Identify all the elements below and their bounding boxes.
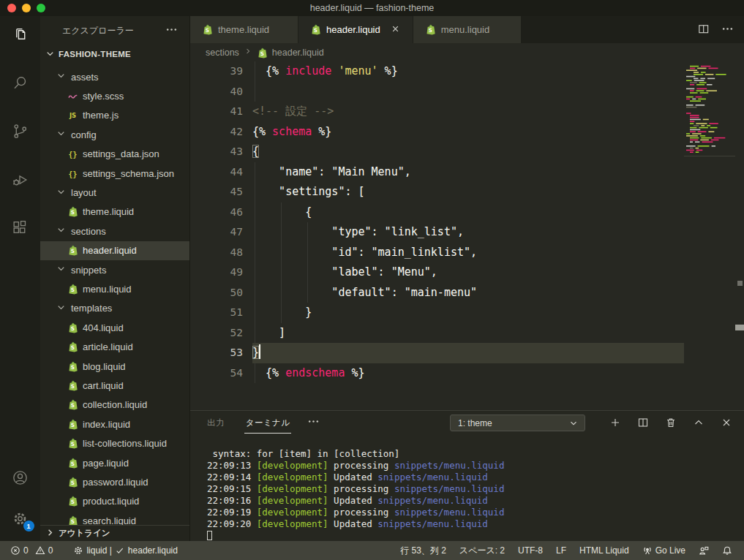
tab-theme-liquid[interactable]: Stheme.liquid	[190, 16, 298, 43]
tree-item-theme-liquid[interactable]: Stheme.liquid	[40, 203, 190, 222]
code-line-52[interactable]: 52 ]	[190, 323, 684, 344]
search-icon[interactable]	[11, 73, 30, 92]
tree-item-article-liquid[interactable]: Sarticle.liquid	[40, 337, 190, 356]
svg-text:S: S	[70, 421, 75, 428]
workspace-root[interactable]: FASHION-THEME	[40, 45, 189, 63]
liquid-file-icon: S	[257, 48, 268, 58]
run-debug-icon[interactable]	[11, 170, 30, 189]
source-control-icon[interactable]	[11, 121, 30, 140]
terminal-output[interactable]: syntax: for [item] in [collection]22:09:…	[190, 434, 744, 542]
line-number: 54	[190, 363, 252, 384]
tree-item-index-liquid[interactable]: Sindex.liquid	[40, 415, 190, 434]
terminal-select[interactable]: 1: theme	[450, 415, 585, 431]
tab-menu-liquid[interactable]: Smenu.liquid	[413, 16, 522, 43]
notifications-bell-icon[interactable]	[718, 545, 737, 556]
kill-terminal-icon[interactable]	[665, 417, 677, 428]
tree-item-menu-liquid[interactable]: Smenu.liquid	[40, 279, 190, 298]
tree-item-blog-liquid[interactable]: Sblog.liquid	[40, 357, 190, 376]
tree-item-collection-liquid[interactable]: Scollection.liquid	[40, 396, 190, 415]
code-line-44[interactable]: 44 "name": "Main Menu",	[190, 162, 684, 183]
close-tab-icon[interactable]	[386, 23, 401, 37]
code-line-47[interactable]: 47 "type": "link_list",	[190, 222, 684, 243]
language-mode[interactable]: HTML Liquid	[575, 545, 634, 556]
code-line-39[interactable]: 39 {% include 'menu' %}	[190, 61, 684, 82]
tab-output[interactable]: 出力	[207, 417, 225, 428]
tree-item-product-liquid[interactable]: Sproduct.liquid	[40, 492, 190, 511]
tree-item-sections[interactable]: sections	[40, 222, 190, 241]
svg-text:S: S	[205, 27, 209, 34]
code-line-41[interactable]: 41<!-- 設定 -->	[190, 102, 684, 122]
tree-item-label: theme.js	[83, 110, 119, 121]
code-line-54[interactable]: 54 {% endschema %}	[190, 363, 684, 384]
problems-indicator[interactable]: 0 0	[6, 545, 57, 556]
tab-bar: Stheme.liquidSheader.liquidSmenu.liquid	[190, 16, 744, 43]
window-title: header.liquid — fashion-theme	[0, 3, 744, 13]
tree-item-settings_data-json[interactable]: {}settings_data.json	[40, 145, 190, 164]
code-line-42[interactable]: 42{% schema %}	[190, 122, 684, 143]
code-line-43[interactable]: 43{	[190, 142, 684, 162]
svg-text:S: S	[70, 344, 75, 351]
explorer-more-icon[interactable]	[165, 23, 178, 38]
js-file-icon: JS	[67, 110, 78, 121]
maximize-panel-icon[interactable]	[693, 417, 704, 428]
tree-item-search-liquid[interactable]: Ssearch.liquid	[40, 511, 190, 525]
code-line-50[interactable]: 50 "default": "main-menu"	[190, 283, 684, 303]
tree-item-header-liquid[interactable]: Sheader.liquid	[40, 241, 190, 260]
code-text: {% schema %}	[252, 122, 684, 143]
line-number: 50	[190, 283, 252, 303]
liquid-extension-status[interactable]: liquid | header.liquid	[69, 545, 182, 556]
panel-more-icon[interactable]	[307, 415, 320, 430]
bottom-panel: 出力 ターミナル 1: theme syntax: for [item]	[190, 410, 744, 541]
tree-item-password-liquid[interactable]: Spassword.liquid	[40, 472, 190, 491]
tree-item-templates[interactable]: templates	[40, 299, 190, 318]
editor-more-icon[interactable]	[721, 23, 734, 37]
breadcrumb-folder[interactable]: sections	[206, 48, 239, 58]
tree-item-config[interactable]: config	[40, 125, 190, 144]
tree-item-404-liquid[interactable]: S404.liquid	[40, 318, 190, 337]
breadcrumb[interactable]: sections S header.liquid	[190, 43, 744, 61]
tree-item-assets[interactable]: assets	[40, 67, 190, 86]
settings-gear-icon[interactable]: 1	[11, 509, 30, 528]
tree-item-label: list-collections.liquid	[83, 438, 167, 449]
breadcrumb-file[interactable]: header.liquid	[272, 48, 324, 58]
tree-item-cart-liquid[interactable]: Scart.liquid	[40, 376, 190, 395]
encoding[interactable]: UTF-8	[514, 545, 547, 556]
extensions-icon[interactable]	[11, 218, 30, 237]
explorer-icon[interactable]	[11, 25, 30, 44]
indentation[interactable]: スペース: 2	[455, 545, 509, 557]
code-line-49[interactable]: 49 "label": "Menu",	[190, 262, 684, 283]
code-line-53[interactable]: 53}	[190, 343, 684, 363]
minimap[interactable]	[684, 61, 735, 410]
code-line-46[interactable]: 46 {	[190, 203, 684, 223]
code-line-48[interactable]: 48 "id": "main_linklist",	[190, 243, 684, 263]
code-line-40[interactable]: 40	[190, 82, 684, 102]
cursor-position[interactable]: 行 53、列 2	[396, 545, 451, 557]
terminal-line: 22:09:13 [development] processing snippe…	[207, 460, 744, 472]
tree-item-style-scss[interactable]: style.scss	[40, 86, 190, 105]
tree-item-settings_schema-json[interactable]: {}settings_schema.json	[40, 164, 190, 183]
code-editor[interactable]: 39 {% include 'menu' %}4041<!-- 設定 -->42…	[190, 61, 744, 410]
outline-section[interactable]: アウトライン	[40, 525, 190, 541]
tree-item-list-collections-liquid[interactable]: Slist-collections.liquid	[40, 434, 190, 453]
go-live-button[interactable]: Go Live	[638, 545, 690, 556]
split-editor-icon[interactable]	[697, 23, 710, 37]
tree-item-layout[interactable]: layout	[40, 183, 190, 202]
svg-text:{}: {}	[69, 151, 78, 159]
chevron-down-icon	[568, 418, 579, 428]
tree-item-page-liquid[interactable]: Spage.liquid	[40, 453, 190, 472]
tree-item-theme-js[interactable]: JStheme.js	[40, 106, 190, 125]
tab-label: menu.liquid	[441, 24, 490, 35]
tab-terminal[interactable]: ターミナル	[244, 412, 292, 434]
tree-item-label: settings_data.json	[83, 148, 159, 159]
feedback-icon[interactable]	[694, 545, 713, 556]
account-icon[interactable]	[11, 468, 30, 487]
tab-header-liquid[interactable]: Sheader.liquid	[298, 16, 413, 43]
tree-item-snippets[interactable]: snippets	[40, 260, 190, 279]
new-terminal-icon[interactable]	[609, 417, 621, 428]
code-line-45[interactable]: 45 "settings": [	[190, 182, 684, 203]
close-panel-icon[interactable]	[721, 417, 732, 428]
eol-sequence[interactable]: LF	[552, 545, 571, 556]
code-line-51[interactable]: 51 }	[190, 303, 684, 323]
tab-label: header.liquid	[326, 24, 380, 35]
split-terminal-icon[interactable]	[637, 417, 649, 428]
